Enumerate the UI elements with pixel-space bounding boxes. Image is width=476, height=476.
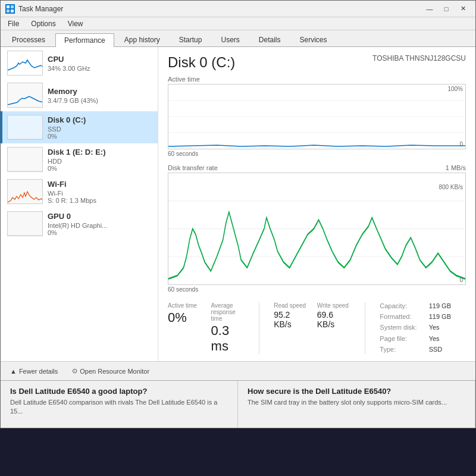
gpu-sub: Intel(R) HD Graphi... bbox=[48, 222, 153, 229]
gpu-name: GPU 0 bbox=[48, 212, 153, 221]
bottom-card-2-title: How secure is the Dell Latitude E6540? bbox=[248, 387, 465, 396]
type-label: Type: bbox=[380, 346, 416, 354]
svg-rect-7 bbox=[8, 148, 43, 172]
active-time-stat: Active time 0% bbox=[168, 302, 202, 354]
capacity-value: 119 GB bbox=[429, 302, 466, 311]
footer-bar: ▲ Fewer details ⊙ Open Resource Monitor bbox=[1, 361, 475, 380]
transfer-rate-label: Disk transfer rate bbox=[168, 164, 218, 171]
resource-monitor-icon: ⊙ bbox=[72, 367, 77, 375]
sidebar-item-memory[interactable]: Memory 3.4/7.9 GB (43%) bbox=[1, 79, 158, 111]
formatted-label: Formatted: bbox=[380, 313, 416, 321]
disk-model: TOSHIBA THNSNJ128GCSU bbox=[372, 54, 466, 62]
avg-response-stat: Average response time 0.3 ms bbox=[211, 302, 245, 354]
bottom-card-2-text: The SIM card tray in the battery slot on… bbox=[248, 398, 465, 407]
active-time-section: Active time 100% 0 60 seconds bbox=[168, 76, 466, 159]
sidebar-item-disk0[interactable]: Disk 0 (C:) SSD 0% bbox=[1, 111, 158, 143]
write-speed-value: 69.6 KB/s bbox=[317, 310, 351, 329]
disk0-sub: SSD bbox=[48, 126, 153, 133]
transfer-rate-chart: 800 KB/s 0 bbox=[168, 173, 466, 285]
transfer-time: 60 seconds bbox=[168, 286, 466, 293]
transfer-kb-label: 800 KB/s bbox=[439, 184, 463, 190]
tab-processes[interactable]: Processes bbox=[3, 33, 54, 46]
window-controls: — □ ✕ bbox=[422, 3, 471, 15]
tab-startup[interactable]: Startup bbox=[170, 33, 211, 46]
task-manager-window: Task Manager — □ ✕ File Options View Pro… bbox=[0, 0, 476, 428]
wifi-stat: S: 0 R: 1.3 Mbps bbox=[48, 197, 153, 204]
sidebar-item-wifi[interactable]: Wi-Fi Wi-Fi S: 0 R: 1.3 Mbps bbox=[1, 176, 158, 208]
menu-view[interactable]: View bbox=[63, 18, 88, 29]
sidebar-item-cpu[interactable]: CPU 34% 3.00 GHz bbox=[1, 47, 158, 79]
bottom-section: Is Dell Latitude E6540 a good laptop? De… bbox=[1, 380, 475, 428]
disk1-stat: 0% bbox=[48, 165, 153, 172]
svg-rect-10 bbox=[8, 212, 43, 236]
disk-detail-panel: Disk 0 (C:) TOSHIBA THNSNJ128GCSU Active… bbox=[158, 47, 475, 361]
disk0-thumbnail bbox=[7, 115, 43, 140]
sidebar-item-disk1[interactable]: Disk 1 (E: D: E:) HDD 0% bbox=[1, 143, 158, 176]
svg-rect-1 bbox=[11, 5, 14, 8]
cpu-name: CPU bbox=[48, 55, 153, 64]
menu-options[interactable]: Options bbox=[26, 18, 60, 29]
memory-stat: 3.4/7.9 GB (43%) bbox=[48, 97, 153, 104]
performance-sidebar: CPU 34% 3.00 GHz Memory 3.4/7.9 GB (43%) bbox=[1, 47, 158, 361]
bottom-card-1-title: Is Dell Latitude E6540 a good laptop? bbox=[10, 387, 228, 396]
disk1-info: Disk 1 (E: D: E:) HDD 0% bbox=[48, 148, 153, 172]
active-time-time: 60 seconds bbox=[168, 151, 466, 157]
stats-divider2 bbox=[365, 302, 365, 354]
disk0-info: Disk 0 (C:) SSD 0% bbox=[48, 115, 153, 140]
formatted-value: 119 GB bbox=[429, 313, 466, 321]
maximize-button[interactable]: □ bbox=[439, 3, 454, 15]
type-value: SSD bbox=[429, 346, 466, 354]
close-button[interactable]: ✕ bbox=[455, 3, 471, 15]
active-time-stat-label: Active time bbox=[168, 302, 202, 309]
bottom-card-1: Is Dell Latitude E6540 a good laptop? De… bbox=[1, 381, 238, 428]
memory-name: Memory bbox=[48, 87, 153, 96]
disk0-name: Disk 0 (C:) bbox=[48, 115, 153, 124]
write-speed-stat: Write speed 69.6 KB/s bbox=[317, 302, 351, 354]
title-bar: Task Manager — □ ✕ bbox=[1, 1, 475, 17]
stats-row: Active time 0% Average response time 0.3… bbox=[168, 302, 466, 354]
sidebar-item-gpu[interactable]: GPU 0 Intel(R) HD Graphi... 0% bbox=[1, 208, 158, 240]
svg-rect-4 bbox=[8, 83, 43, 108]
wifi-thumbnail bbox=[7, 179, 43, 204]
cpu-stat: 34% 3.00 GHz bbox=[48, 65, 153, 72]
tab-users[interactable]: Users bbox=[212, 33, 248, 46]
fewer-details-label: Fewer details bbox=[19, 368, 58, 375]
menu-file[interactable]: File bbox=[3, 18, 24, 29]
minimize-button[interactable]: — bbox=[422, 3, 437, 15]
cpu-thumbnail bbox=[7, 51, 43, 76]
system-disk-value: Yes bbox=[429, 324, 466, 332]
memory-thumbnail bbox=[7, 83, 43, 108]
disk1-name: Disk 1 (E: D: E:) bbox=[48, 148, 153, 156]
transfer-rate-section: Disk transfer rate 1 MB/s 800 KB/s 0 bbox=[168, 164, 466, 295]
resource-monitor-label: Open Resource Monitor bbox=[80, 368, 149, 375]
bottom-card-2: How secure is the Dell Latitude E6540? T… bbox=[238, 381, 475, 428]
read-speed-value: 95.2 KB/s bbox=[274, 310, 308, 329]
avg-response-label: Average response time bbox=[211, 302, 245, 322]
gpu-thumbnail bbox=[7, 211, 43, 236]
tab-services[interactable]: Services bbox=[291, 33, 336, 46]
transfer-rate-max: 1 MB/s bbox=[446, 164, 466, 171]
svg-rect-2 bbox=[7, 10, 10, 12]
disk-header: Disk 0 (C:) TOSHIBA THNSNJ128GCSU bbox=[168, 54, 466, 71]
app-icon bbox=[5, 4, 15, 14]
disk0-stat: 0% bbox=[48, 133, 153, 140]
main-content: CPU 34% 3.00 GHz Memory 3.4/7.9 GB (43%) bbox=[1, 47, 475, 361]
avg-response-value: 0.3 ms bbox=[211, 323, 245, 354]
disk-title: Disk 0 (C:) bbox=[168, 54, 235, 71]
fewer-details-icon: ▲ bbox=[10, 368, 17, 375]
svg-rect-0 bbox=[7, 5, 10, 8]
tab-performance[interactable]: Performance bbox=[55, 33, 114, 47]
tab-app-history[interactable]: App history bbox=[115, 33, 169, 46]
svg-rect-9 bbox=[8, 180, 43, 204]
window-title: Task Manager bbox=[18, 5, 63, 13]
open-resource-monitor-button[interactable]: ⊙ Open Resource Monitor bbox=[70, 366, 152, 376]
system-disk-label: System disk: bbox=[380, 324, 416, 332]
memory-info: Memory 3.4/7.9 GB (43%) bbox=[48, 87, 153, 104]
tab-details[interactable]: Details bbox=[250, 33, 290, 46]
cpu-info: CPU 34% 3.00 GHz bbox=[48, 55, 153, 72]
read-speed-stat: Read speed 95.2 KB/s bbox=[274, 302, 308, 354]
bottom-card-1-text: Dell Latitude E6540 comparison with riva… bbox=[10, 398, 228, 416]
transfer-min: 0 bbox=[459, 277, 463, 283]
write-speed-label: Write speed bbox=[317, 302, 351, 309]
fewer-details-button[interactable]: ▲ Fewer details bbox=[8, 367, 60, 376]
